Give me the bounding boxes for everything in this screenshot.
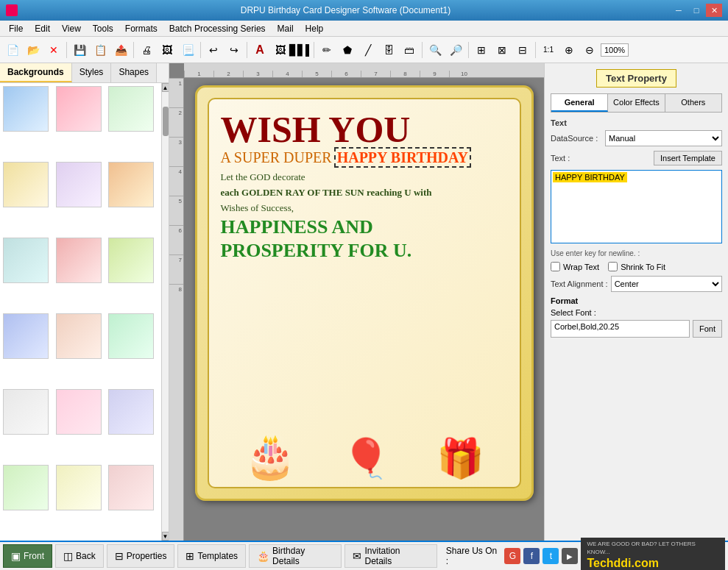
thumbnail-7[interactable] [3,238,49,283]
redo-button[interactable]: ↪ [225,40,244,60]
export-button[interactable]: 📤 [111,40,130,60]
scroll-track[interactable] [162,92,169,532]
draw-button[interactable]: ✏ [317,40,336,60]
thumbnail-8[interactable] [56,238,102,283]
thumbnail-17[interactable] [56,465,102,510]
thumbnail-2[interactable] [56,86,102,132]
image-button[interactable]: 🖼 [271,40,290,60]
hint-text: Use enter key for newline. : [551,249,722,257]
social-icons: G f t ▶ [504,548,578,564]
card-canvas[interactable]: WISH YOU A SUPER DUPER HAPPY BIRTHDAY Le… [195,85,534,501]
snap-button[interactable]: ⊠ [492,40,512,60]
tab-general[interactable]: General [551,94,608,112]
thumbnail-14[interactable] [56,389,102,435]
thumbnail-16[interactable] [3,465,49,510]
menu-file[interactable]: File [3,21,29,37]
save-button[interactable]: 💾 [70,40,89,60]
zoom-out-button[interactable]: 🔎 [446,40,465,60]
tab-color-effects[interactable]: Color Effects [608,94,665,112]
menu-batch-processing[interactable]: Batch Processing Series [163,21,272,37]
shrink-to-fit-label: Shrink To Fit [621,263,665,271]
line-button[interactable]: ╱ [358,40,378,60]
format-label: Format [551,296,722,305]
thumbnail-13[interactable] [3,389,49,435]
zoom-percent-button[interactable]: ⊕ [559,40,579,60]
tab-shapes[interactable]: Shapes [111,63,157,82]
wish-you-text: WISH YOU [221,111,508,148]
menu-formats[interactable]: Formats [119,21,163,37]
minimize-button[interactable]: ─ [671,4,687,17]
birthday-details-label: Birthday Details [272,546,333,566]
super-duper-line: A SUPER DUPER HAPPY BIRTHDAY [221,148,508,167]
thumbnail-10[interactable] [3,313,49,359]
undo-button[interactable]: ↩ [204,40,223,60]
thumbnail-4[interactable] [3,162,49,207]
tab-backgrounds[interactable]: Backgrounds [0,63,72,82]
google-icon[interactable]: G [504,548,520,564]
text-content-box[interactable]: HAPPY BIRTHDAY [551,170,722,243]
new-button[interactable]: 📄 [3,40,22,60]
menu-edit[interactable]: Edit [29,21,56,37]
more-social-icon[interactable]: ▶ [562,548,578,564]
grid-button[interactable]: ⊞ [472,40,491,60]
back-button[interactable]: ◫ Back [55,544,104,568]
tab-others[interactable]: Others [665,94,721,112]
zoom-in-button[interactable]: 🔍 [425,40,445,60]
invitation-details-button[interactable]: ✉ Invitation Details [344,544,437,568]
thumbnail-5[interactable] [56,162,102,207]
left-scrollbar[interactable]: ▲ ▼ [161,83,169,541]
toolbar: 📄 📂 ✕ 💾 📋 📤 🖨 🖼 📃 ↩ ↪ A 🖼 ▊▋▌ ✏ ⬟ ╱ 🗄 🗃 … [0,37,728,63]
close-doc-button[interactable]: ✕ [44,40,63,60]
thumbnail-11[interactable] [56,313,102,359]
datasource-select[interactable]: Manual [605,130,722,146]
text-section-label: Text [551,118,722,127]
open-button[interactable]: 📂 [24,40,43,60]
save-as-button[interactable]: 📋 [91,40,110,60]
scroll-down-arrow[interactable]: ▼ [162,532,169,541]
close-button[interactable]: ✕ [706,4,722,17]
tab-styles[interactable]: Styles [72,63,112,82]
birthday-details-button[interactable]: 🎂 Birthday Details [249,544,342,568]
thumbnail-3[interactable] [108,86,154,132]
wrap-text-checkbox[interactable] [551,262,560,271]
db2-button[interactable]: 🗃 [400,40,419,60]
main-area: Backgrounds Styles Shapes [0,63,728,541]
thumbnail-18[interactable] [108,465,154,510]
twitter-icon[interactable]: t [543,548,559,564]
templates-button[interactable]: ⊞ Templates [177,544,246,568]
prosperity-text: PROSPERITY FOR U. [221,239,508,262]
db-button[interactable]: 🗄 [379,40,398,60]
insert-template-button[interactable]: Insert Template [654,151,722,165]
thumbnail-12[interactable] [108,313,154,359]
shape-button[interactable]: ⬟ [338,40,357,60]
font-button[interactable]: Font [693,320,722,338]
print-preview-button[interactable]: 🖼 [158,40,177,60]
properties-button[interactable]: ⊟ Properties [107,544,175,568]
scroll-up-arrow[interactable]: ▲ [162,83,169,92]
shrink-to-fit-checkbox[interactable] [608,262,618,271]
text-button[interactable]: A [250,40,269,60]
maximize-button[interactable]: □ [688,4,704,17]
invitation-icon: ✉ [353,550,361,562]
alignment-select[interactable]: Center Left Right [611,276,722,292]
menu-view[interactable]: View [56,21,87,37]
menu-mail[interactable]: Mail [272,21,300,37]
techddi-box[interactable]: WE ARE GOOD OR BAD? LET OTHERS KNOW... T… [581,538,725,570]
barcode-button[interactable]: ▊▋▌ [291,40,311,60]
align-button[interactable]: ⊟ [513,40,532,60]
facebook-icon[interactable]: f [523,548,540,564]
menu-tools[interactable]: Tools [87,21,119,37]
thumbnail-1[interactable] [3,86,49,132]
zoom-minus-button[interactable]: ⊖ [580,40,599,60]
scroll-thumb[interactable] [163,107,169,136]
thumbnail-9[interactable] [108,238,154,283]
properties-label: Properties [127,551,167,561]
thumbnail-15[interactable] [108,389,154,435]
menu-help[interactable]: Help [300,21,330,37]
100-percent-button[interactable]: 1:1 [539,40,558,60]
page-setup-button[interactable]: 📃 [178,40,197,60]
general-tab-content: Text DataSource : Manual Text : Insert T… [551,118,722,338]
thumbnail-6[interactable] [108,162,154,207]
print-button[interactable]: 🖨 [137,40,156,60]
front-button[interactable]: ▣ Front [3,544,52,568]
